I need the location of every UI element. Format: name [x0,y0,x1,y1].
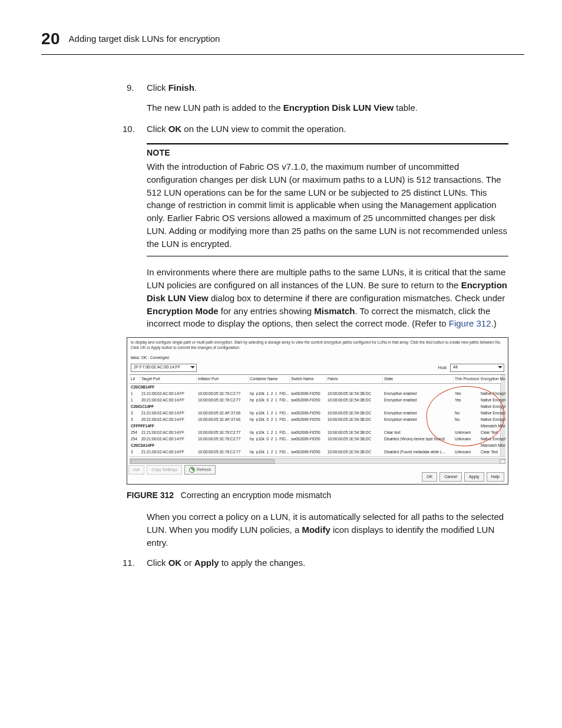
table-group-row: CFFFFF14FFMismatch Mismatch [130,423,501,429]
storage-array-dropdown[interactable]: 2F:F7:00:02:AC:00:14:FF [131,364,197,372]
scrollbar-thumb[interactable] [131,459,275,464]
column-header[interactable]: Container Name [249,375,290,382]
table-row[interactable]: 321:21:00:02:AC:00:14:FF10:00:00:05:1E:7… [130,449,501,455]
table-row[interactable]: 121:21:00:02:AC:00:14:FF10:00:00:05:1E:7… [130,390,501,397]
table-header-row: L#Target PortInitiator PortContainer Nam… [130,375,501,384]
table-group-row: C2001C14FFNative Encryption Mismatch [130,403,501,410]
horizontal-scrollbar[interactable] [130,458,505,464]
column-header[interactable]: Initiator Port [197,375,249,382]
modify-icon-paragraph: When you correct a policy on a LUN, it i… [147,510,508,549]
column-header[interactable]: Encryption Mode [480,375,505,382]
table-row[interactable]: 25420:21:00:02:AC:00:14:FF10:00:00:05:1E… [130,436,501,442]
table-group-row: C20C3A14FFMismatch Mismatch [130,442,501,449]
scroll-right-icon[interactable] [500,459,505,464]
cancel-button[interactable]: Cancel [439,472,462,482]
table-row[interactable]: 320:21:00:02:AC:00:14:FF10:00:00:05:1E:A… [130,416,501,423]
running-head: 20 Adding target disk LUNs for encryptio… [41,31,524,55]
dialog-intro-text: to display and configure single-path or … [131,340,504,351]
host-dropdown[interactable]: All [450,364,504,372]
apply-button[interactable]: Apply [464,472,484,482]
column-header[interactable]: Thin Provision LUN [454,375,480,382]
bottom-left-buttons: ove Copy Settings Refresh [128,465,216,475]
remove-button[interactable]: ove [128,465,144,475]
encryption-lun-view-screenshot: to display and configure single-path or … [127,337,508,485]
refresh-button[interactable]: Refresh [184,465,216,475]
refresh-icon [189,467,195,473]
chevron-down-icon [498,366,503,371]
figure-312-link[interactable]: Figure 312 [449,318,491,328]
step-10: Click OK on the LUN view to commit the o… [123,123,504,136]
table-row[interactable]: 120:21:00:02:AC:00:14:FF10:00:00:05:1E:7… [130,397,501,403]
body-column: Click Finish. The new LUN path is added … [127,81,508,576]
mismatch-paragraph: In environments where there are multiple… [147,266,508,330]
dialog-status: tatus: OK - Converged. [131,355,170,360]
help-button[interactable]: Help [487,472,504,482]
note-heading: NOTE [147,148,508,158]
chevron-down-icon [190,366,195,371]
column-header[interactable]: Target Port [140,375,197,382]
copy-settings-button[interactable]: Copy Settings [147,465,182,475]
table-group-row: C20C0B14FF [130,384,501,390]
step-9-sub: The new LUN path is added to the Encrypt… [147,101,508,114]
table-row[interactable]: 321:21:00:02:AC:00:14:FF10:00:00:05:1E:A… [130,410,501,416]
figure-312-caption: FIGURE 312 Correcting an encryption mode… [127,489,508,501]
ok-button[interactable]: OK [422,472,437,482]
host-label: Host [438,365,447,370]
chapter-title: Adding target disk LUNs for encryption [69,34,220,43]
step-9: Click Finish. [127,81,508,94]
bottom-right-buttons: OK Cancel Apply Help [422,472,504,482]
note-block: NOTE With the introduction of Fabric OS … [147,143,508,256]
lun-table: L#Target PortInitiator PortContainer Nam… [130,374,505,457]
table-row[interactable]: 320:21:00:02:AC:00:14:FF10:00:00:05:1E:7… [130,455,501,457]
column-header[interactable]: Fabric [326,375,383,382]
column-header[interactable]: State [383,375,454,382]
table-row[interactable]: 25421:21:00:02:AC:00:14:FF10:00:00:05:1E… [130,429,501,436]
chapter-number: 20 [41,29,60,48]
note-body: With the introduction of Fabric OS v7.1.… [147,160,508,250]
column-header[interactable]: Switch Name [290,375,326,382]
column-header[interactable]: L# [130,375,140,382]
step-11: Click OK or Apply to apply the changes. [123,556,504,569]
